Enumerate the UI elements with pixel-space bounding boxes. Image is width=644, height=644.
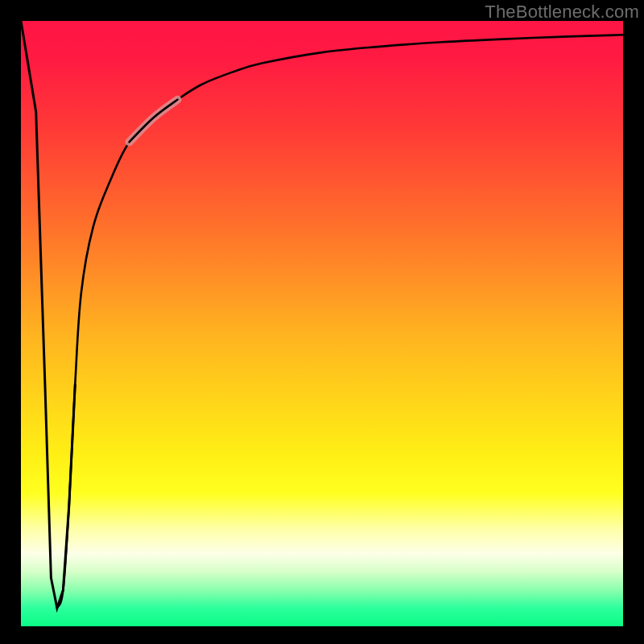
chart-stage: TheBottleneck.com: [0, 0, 644, 644]
plot-area: [21, 21, 623, 626]
watermark-text: TheBottleneck.com: [485, 2, 639, 23]
bottleneck-spike: [21, 21, 75, 608]
bottleneck-curve: [57, 35, 623, 608]
curve-layer: [21, 21, 623, 626]
